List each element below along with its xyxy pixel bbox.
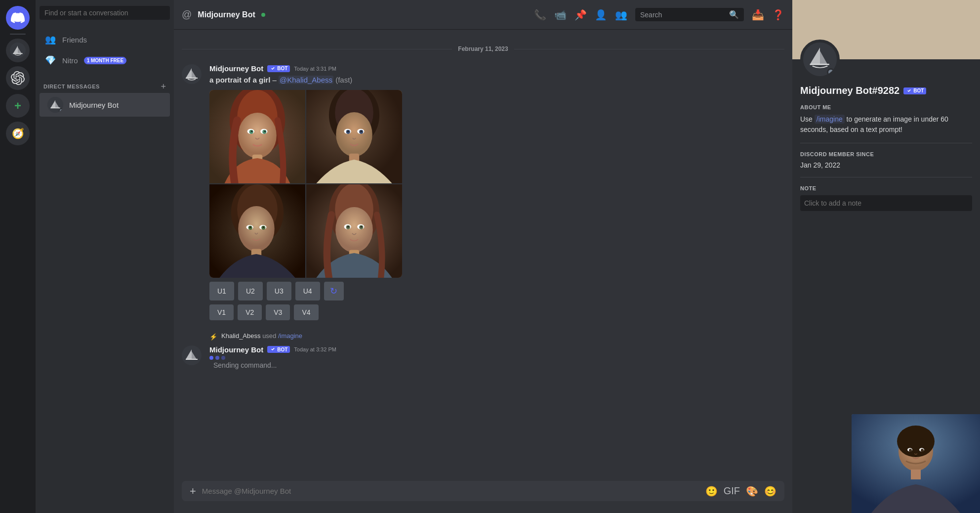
message-author-2: Midjourney Bot	[209, 345, 263, 354]
u2-button[interactable]: U2	[238, 282, 263, 300]
about-me-section: ABOUT ME Use /imagine to generate an ima…	[800, 104, 972, 143]
chat-header: @ Midjourney Bot 📞 📹 📌 👤 👥 Search 🔍 📥 ❓	[174, 0, 792, 30]
svg-point-42	[335, 207, 373, 252]
u4-button[interactable]: U4	[295, 282, 320, 300]
help-icon[interactable]: ❓	[772, 9, 784, 21]
phone-call-icon[interactable]: 📞	[534, 9, 546, 21]
refresh-button[interactable]: ↻	[324, 282, 344, 300]
v3-button[interactable]: V3	[266, 304, 290, 320]
svg-point-48	[361, 226, 362, 227]
member-since-date: Jan 29, 2022	[800, 161, 972, 169]
svg-point-9	[238, 112, 277, 158]
sailboat-server-icon[interactable]	[6, 39, 30, 62]
profile-details: Midjourney Bot#9282 BOT ABOUT ME Use /im…	[792, 59, 980, 235]
inbox-icon[interactable]: 📥	[752, 9, 764, 21]
dm-user-midjourney[interactable]: Midjourney Bot	[40, 93, 170, 117]
command-used-text: used	[262, 332, 278, 340]
bot-tag-1: BOT	[277, 66, 287, 71]
sending-text: Sending command...	[213, 361, 277, 369]
used-command-row: ⚡ Khalid_Abess used /imagine	[182, 332, 784, 342]
u1-button[interactable]: U1	[209, 282, 234, 300]
date-divider-text: February 11, 2023	[458, 45, 508, 52]
add-attachment-button[interactable]: +	[190, 485, 196, 498]
new-dm-button[interactable]: +	[161, 82, 166, 91]
about-me-text: Use /imagine to generate an image in und…	[800, 114, 972, 135]
message-text-1: a portrait of a girl – @Khalid_Abess (fa…	[209, 75, 784, 86]
find-conversation-input[interactable]	[40, 6, 170, 20]
main-chat-area: @ Midjourney Bot 📞 📹 📌 👤 👥 Search 🔍 📥 ❓ …	[174, 0, 792, 513]
profile-avatar-status	[827, 68, 835, 76]
svg-point-15	[264, 130, 266, 132]
svg-point-36	[249, 226, 251, 228]
openai-server-icon[interactable]	[6, 66, 30, 90]
member-list-icon[interactable]: 👥	[615, 9, 627, 21]
svg-point-14	[251, 130, 252, 132]
message-author-1: Midjourney Bot	[209, 64, 263, 73]
dot-2	[215, 356, 219, 360]
v4-button[interactable]: V4	[294, 304, 318, 320]
friends-label: Friends	[62, 36, 87, 44]
message-container-2: Midjourney Bot BOT Today at 3:32 PM	[182, 343, 784, 373]
command-link: /imagine	[278, 332, 302, 340]
svg-point-47	[347, 226, 349, 227]
profile-name-row: Midjourney Bot#9282 BOT	[800, 85, 972, 96]
profile-bot-tag: BOT	[913, 88, 924, 93]
header-search-box[interactable]: Search 🔍	[635, 8, 744, 21]
message-row-2-area: ⚡ Khalid_Abess used /imagine	[182, 332, 784, 373]
used-command-text: Khalid_Abess used /imagine	[221, 332, 302, 340]
bot-avatar-msg1	[182, 64, 202, 84]
nitro-label: Nitro	[62, 56, 78, 65]
right-panel: Midjourney Bot#9282 BOT ABOUT ME Use /im…	[792, 0, 980, 513]
add-server-button[interactable]: +	[6, 94, 30, 118]
discover-servers-button[interactable]: 🧭	[6, 122, 30, 145]
v1-button[interactable]: V1	[209, 304, 234, 320]
webcam-person	[852, 414, 980, 513]
chat-messages-container: February 11, 2023 Midjourney Bot	[174, 30, 792, 481]
sticker-button[interactable]: 🎨	[746, 485, 758, 497]
action-buttons-row-2: V1 V2 V3 V4	[209, 304, 784, 320]
image-grid[interactable]	[209, 90, 402, 278]
slash-command-icon: ⚡	[209, 333, 217, 341]
video-call-icon[interactable]: 📹	[554, 9, 567, 21]
date-divider-left-line	[182, 49, 452, 49]
gif-button[interactable]: GIF	[724, 485, 740, 497]
imagine-command: /imagine	[815, 115, 845, 124]
svg-point-37	[263, 226, 264, 228]
nitro-link[interactable]: 💎 Nitro 1 MONTH FREE	[40, 50, 170, 70]
pin-icon[interactable]: 📌	[574, 9, 587, 21]
server-rail-divider	[10, 34, 26, 35]
note-input[interactable]	[800, 195, 972, 211]
emoji-button[interactable]: 😊	[764, 485, 776, 497]
friends-icon: 👥	[44, 34, 56, 45]
chat-header-bot-name: Midjourney Bot	[198, 10, 255, 19]
webcam-overlay	[852, 414, 980, 513]
emoji-gif-button[interactable]: 🙂	[705, 485, 718, 497]
chat-input-box: + 🙂 GIF 🎨 😊	[182, 481, 784, 501]
svg-point-26	[361, 130, 362, 132]
portrait-image-1	[209, 90, 305, 183]
discord-home-icon[interactable]	[6, 6, 30, 30]
profile-verified-badge: BOT	[903, 87, 926, 94]
action-buttons-row-1: U1 U2 U3 U4 ↻	[209, 282, 784, 300]
profile-bot-name: Midjourney Bot#9282	[800, 85, 899, 96]
friends-link[interactable]: 👥 Friends	[40, 30, 170, 49]
message-timestamp-1: Today at 3:31 PM	[294, 66, 336, 72]
svg-point-59	[909, 449, 912, 452]
message-content-1: Midjourney Bot BOT Today at 3:31 PM a po…	[209, 64, 784, 320]
u3-button[interactable]: U3	[267, 282, 291, 300]
v2-button[interactable]: V2	[238, 304, 262, 320]
header-search-text: Search	[640, 11, 725, 19]
add-member-icon[interactable]: 👤	[595, 9, 607, 21]
chat-input-actions: 🙂 GIF 🎨 😊	[705, 485, 776, 497]
dot-1	[209, 356, 213, 360]
chat-message-input[interactable]	[202, 481, 699, 501]
direct-messages-title: DIRECT MESSAGES	[43, 84, 100, 89]
message-header-2: Midjourney Bot BOT Today at 3:32 PM	[209, 345, 784, 354]
midjourney-bot-name: Midjourney Bot	[69, 101, 119, 109]
command-user: Khalid_Abess	[221, 332, 261, 340]
verified-bot-badge-1: BOT	[267, 65, 290, 72]
svg-point-25	[347, 130, 349, 132]
svg-point-56	[897, 426, 935, 457]
member-since-title: DISCORD MEMBER SINCE	[800, 151, 972, 157]
midjourney-bot-status	[59, 108, 63, 113]
